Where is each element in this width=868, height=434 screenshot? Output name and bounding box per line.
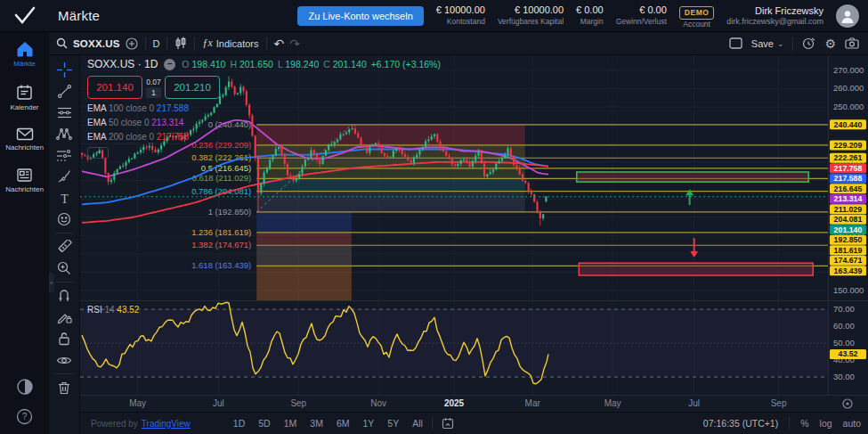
rsi-indicator-row[interactable]: RSI 14 43.52 <box>87 305 139 315</box>
text-tool[interactable]: T <box>52 187 77 209</box>
chart-legend: SOXX.US · 1D – O 198.410 H 201.650 L 198… <box>87 58 441 159</box>
brush-tool[interactable] <box>52 166 77 187</box>
sidebar-item-nachrichten-news[interactable]: Nachrichten <box>0 168 49 193</box>
range-1d[interactable]: 1D <box>233 418 245 429</box>
forecast-position-tool[interactable] <box>52 144 77 166</box>
chevron-down-icon: ⌄ <box>777 39 784 48</box>
left-nav: Märkte Kalender Nachrichten N <box>0 32 49 434</box>
svg-text:30.00: 30.00 <box>833 372 855 381</box>
drawing-toolbar: › <box>49 55 80 434</box>
range-3m[interactable]: 3M <box>310 418 323 429</box>
svg-text:163.439: 163.439 <box>834 266 863 275</box>
demo-badge: DEMO <box>679 6 715 20</box>
zoom-in-tool[interactable] <box>52 258 77 279</box>
go-to-date-icon[interactable] <box>442 417 454 430</box>
svg-text:174.671: 174.671 <box>834 256 863 265</box>
chart-type-button[interactable] <box>167 37 194 50</box>
indicator-row-ema100[interactable]: EMA 100 close 0 217.588 <box>87 103 441 113</box>
candlestick-icon <box>174 37 187 50</box>
app-logo[interactable] <box>0 0 49 32</box>
fib-retracement-tool[interactable] <box>52 102 77 123</box>
legend-symbol-title[interactable]: SOXX.US · 1D <box>87 58 158 70</box>
save-button[interactable]: Save ⌄ <box>751 38 784 49</box>
range-1m[interactable]: 1M <box>284 418 297 429</box>
fx-icon: ƒx <box>202 37 212 50</box>
svg-text:192.850: 192.850 <box>834 235 863 244</box>
svg-text:Jul: Jul <box>213 398 224 408</box>
svg-text:Sep: Sep <box>771 398 787 408</box>
legend-collapse-chevron[interactable]: ^ <box>87 147 109 159</box>
svg-text:270.000: 270.000 <box>833 65 864 75</box>
interval-button[interactable]: D <box>146 38 167 49</box>
ohlc-values: O 198.410 H 201.650 L 198.240 C 201.140 … <box>182 59 441 70</box>
layout-icon[interactable] <box>729 37 742 49</box>
stay-in-drawing-mode-tool[interactable] <box>52 307 77 328</box>
range-5d[interactable]: 5D <box>258 418 270 429</box>
mail-icon <box>16 127 34 141</box>
svg-text:260.000: 260.000 <box>833 83 864 93</box>
chart-area: 0 (240.440)0.236 (229.209)0.382 (222.261… <box>80 55 868 412</box>
svg-text:2025: 2025 <box>444 398 465 408</box>
range-all[interactable]: All <box>412 418 423 429</box>
svg-text:May: May <box>129 398 146 408</box>
range-6m[interactable]: 6M <box>337 418 350 429</box>
switch-live-account-button[interactable]: Zu Live-Konto wechseln <box>297 6 423 26</box>
panel-collapse-handle[interactable]: › <box>48 273 54 292</box>
indicator-row-ema50[interactable]: EMA 50 close 0 213.314 <box>87 118 441 127</box>
hide-drawings-tool[interactable] <box>52 349 77 371</box>
crosshair-tool[interactable] <box>52 59 77 80</box>
newspaper-icon <box>16 168 33 183</box>
avatar[interactable] <box>836 4 859 28</box>
svg-text:60.00: 60.00 <box>833 321 855 331</box>
spread-value: 0.07 <box>146 78 161 86</box>
lock-drawings-tool[interactable] <box>52 328 77 349</box>
alert-clock-icon[interactable] <box>802 37 815 50</box>
compare-add-icon[interactable] <box>126 37 138 50</box>
scale-log-button[interactable]: log <box>820 418 832 429</box>
svg-text:May: May <box>604 398 621 408</box>
powered-by-label: Powered by <box>91 419 138 429</box>
buy-button[interactable]: 201.210 <box>165 76 220 99</box>
account-type: DEMO Account <box>679 2 715 30</box>
sidebar-item-maerkte[interactable]: Märkte <box>0 41 49 68</box>
trading-app: Märkte Zu Live-Konto wechseln € 10000.00… <box>0 0 868 434</box>
range-5y[interactable]: 5Y <box>387 418 399 429</box>
tradingview-link[interactable]: TradingView <box>142 419 191 429</box>
stat-verfuegbares-kapital: € 10000.00 Verfügbares Kapital <box>498 4 564 26</box>
svg-text:Jul: Jul <box>688 398 700 408</box>
sidebar-item-kalender[interactable]: Kalender <box>0 84 49 111</box>
magnet-tool[interactable] <box>52 285 77 307</box>
svg-text:Mar: Mar <box>525 398 541 408</box>
theme-toggle-icon[interactable] <box>16 378 34 396</box>
undo-button[interactable]: ↶ <box>274 37 285 51</box>
svg-text:213.314: 213.314 <box>834 194 863 203</box>
emoji-tool[interactable] <box>52 209 77 230</box>
indicators-button[interactable]: ƒx Indicators <box>195 37 265 50</box>
help-icon[interactable]: ? <box>16 408 33 425</box>
indicator-row-ema200[interactable]: EMA 200 close 0 217.758 <box>87 132 441 142</box>
home-icon <box>16 41 34 57</box>
svg-text:217.758: 217.758 <box>834 164 863 173</box>
scale-auto-button[interactable]: auto <box>843 418 861 429</box>
range-1y[interactable]: 1Y <box>363 418 375 429</box>
camera-screenshot-icon[interactable] <box>845 37 859 49</box>
lot-size[interactable]: 1 <box>146 87 161 98</box>
xabcd-pattern-tool[interactable] <box>52 123 77 144</box>
svg-text:1.236 (181.619): 1.236 (181.619) <box>191 227 251 237</box>
remove-drawings-tool[interactable] <box>52 377 77 398</box>
svg-text:50.00: 50.00 <box>833 338 855 348</box>
clock-utc[interactable]: 07:16:35 (UTC+1) <box>703 418 778 429</box>
svg-text:229.209: 229.209 <box>834 141 863 150</box>
sell-button[interactable]: 201.140 <box>87 76 142 99</box>
trendline-tool[interactable] <box>52 80 77 102</box>
measure-ruler-tool[interactable] <box>52 236 77 258</box>
checkmark-logo-icon <box>13 6 37 26</box>
sidebar-item-nachrichten-mail[interactable]: Nachrichten <box>0 127 49 151</box>
scale-percent-button[interactable]: % <box>800 418 808 429</box>
settings-gear-icon[interactable]: ⚙ <box>824 37 836 51</box>
redo-button[interactable]: ↷ <box>289 37 300 51</box>
svg-text:216.645: 216.645 <box>834 184 863 193</box>
stat-margin: € 0.00 Margin <box>576 4 604 26</box>
symbol-search[interactable]: SOXX.US <box>49 37 145 50</box>
legend-collapse-icon[interactable]: – <box>164 59 175 70</box>
